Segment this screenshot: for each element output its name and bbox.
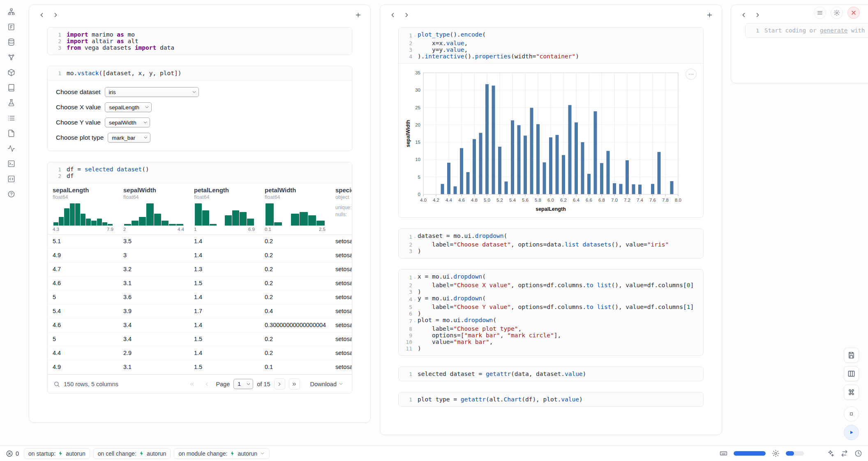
keyboard-icon[interactable] bbox=[720, 449, 727, 457]
column-prev-button[interactable] bbox=[739, 10, 748, 20]
runtime-config: on startup:autorunon cell change:autorun… bbox=[24, 448, 270, 459]
histogram-bar bbox=[124, 224, 131, 226]
chart-actions-button[interactable] bbox=[686, 69, 697, 80]
settings-button[interactable] bbox=[831, 7, 843, 19]
table-row[interactable]: 4.73.21.30.2setosa bbox=[48, 263, 352, 277]
table-row[interactable]: 53.41.50.2setosa bbox=[48, 332, 352, 346]
save-button[interactable] bbox=[844, 348, 859, 363]
close-panel-button[interactable] bbox=[847, 7, 860, 19]
layout-button[interactable] bbox=[844, 366, 859, 381]
swap-icon[interactable] bbox=[840, 449, 848, 457]
document-icon[interactable] bbox=[6, 128, 16, 138]
package-icon[interactable] bbox=[6, 67, 16, 77]
errors-indicator[interactable]: 0 bbox=[6, 450, 19, 457]
notebook-column-2: 1⌄plot_type().encode(2 x=x.value,3 y=y.v… bbox=[380, 5, 722, 435]
database-icon[interactable] bbox=[6, 37, 16, 47]
table-row[interactable]: 4.63.11.50.2setosa bbox=[48, 277, 352, 290]
code-editor[interactable]: 1⌄x = mo.ui.dropdown(2 label="Choose X v… bbox=[399, 270, 703, 355]
add-cell-button[interactable] bbox=[353, 10, 363, 20]
table-cell: 4.9 bbox=[48, 360, 118, 374]
generate-link[interactable]: generate bbox=[820, 27, 847, 34]
keyboard-shortcuts-button[interactable] bbox=[844, 385, 859, 400]
fold-chevron-icon[interactable]: ⌄ bbox=[412, 317, 418, 325]
histogram-bar bbox=[202, 210, 209, 226]
table-cell: 2.9 bbox=[118, 346, 189, 360]
page-select[interactable]: 1 bbox=[233, 379, 253, 389]
fold-chevron-icon[interactable]: ⌄ bbox=[412, 31, 418, 40]
bar-chart[interactable]: 4.04.24.44.64.85.05.25.45.65.86.06.26.46… bbox=[404, 69, 699, 214]
code-editor[interactable]: 1⌄dataset = mo.ui.dropdown(2 label="Choo… bbox=[399, 229, 703, 258]
code-editor[interactable]: 1mo.vstack([dataset, x, y, plot]) bbox=[48, 66, 352, 80]
dataframe-table: sepalLengthfloat644.37.9sepalWidthfloat6… bbox=[48, 183, 352, 374]
cell-selected-dataset: 1selected_dataset = getattr(data, datase… bbox=[398, 366, 704, 381]
table-cell: 0.4 bbox=[260, 304, 330, 318]
table-row[interactable]: 5.13.51.40.2setosa bbox=[48, 235, 352, 249]
code-editor[interactable]: 1selected_dataset = getattr(data, datase… bbox=[399, 367, 703, 381]
table-row[interactable]: 4.93.11.50.1setosa bbox=[48, 360, 352, 374]
code-snippet-icon[interactable] bbox=[6, 174, 16, 184]
terminal-icon[interactable] bbox=[6, 159, 16, 168]
svg-text:35: 35 bbox=[415, 70, 420, 75]
wand-icon[interactable] bbox=[826, 449, 834, 457]
activity-icon[interactable] bbox=[6, 143, 16, 153]
download-button[interactable]: Download bbox=[308, 380, 346, 388]
column-next-button[interactable] bbox=[753, 10, 762, 20]
code-editor[interactable]: 1df = selected_dataset()2df bbox=[48, 162, 352, 183]
column-range: 0.12.5 bbox=[265, 227, 326, 232]
code-editor[interactable]: 1import marimo as mo2import altair as al… bbox=[48, 28, 352, 55]
table-row[interactable]: 4.931.40.2setosa bbox=[48, 249, 352, 263]
svg-text:6.8: 6.8 bbox=[598, 198, 605, 203]
sitemap-icon[interactable] bbox=[6, 7, 16, 16]
table-row[interactable]: 5.43.91.70.4setosa bbox=[48, 304, 352, 318]
cpu-usage-meter[interactable] bbox=[786, 451, 804, 456]
table-row[interactable]: 4.63.41.40.30000000000000004setosa bbox=[48, 318, 352, 332]
search-icon[interactable] bbox=[53, 381, 60, 387]
code-text: df bbox=[67, 173, 74, 179]
table-row[interactable]: 4.42.91.40.2setosa bbox=[48, 346, 352, 360]
control-label: Choose X value bbox=[56, 104, 101, 111]
interrupt-button[interactable] bbox=[844, 406, 859, 422]
help-icon[interactable] bbox=[6, 189, 16, 199]
autorun-pill[interactable]: on startup:autorun bbox=[24, 448, 90, 459]
fold-chevron-icon[interactable]: ⌄ bbox=[412, 273, 418, 282]
list-icon[interactable] bbox=[6, 113, 16, 123]
memory-usage-meter[interactable] bbox=[734, 451, 766, 456]
column-next-button[interactable] bbox=[51, 10, 60, 20]
column-nav bbox=[37, 10, 60, 20]
dependency-graph-icon[interactable] bbox=[6, 52, 16, 62]
clock-icon[interactable] bbox=[854, 449, 862, 457]
next-page-button[interactable] bbox=[274, 378, 285, 390]
first-page-button[interactable] bbox=[186, 378, 197, 390]
table-cell: 1.5 bbox=[189, 332, 260, 346]
run-all-button[interactable] bbox=[844, 425, 859, 440]
fold-chevron-icon[interactable]: ⌄ bbox=[412, 295, 418, 304]
code-editor[interactable]: 1 Start coding or generate with AI. bbox=[746, 23, 868, 37]
table-row[interactable]: 53.61.40.2setosa bbox=[48, 290, 352, 304]
dropdown-select[interactable]: mark_bar bbox=[108, 133, 150, 143]
panel-menu-button[interactable] bbox=[814, 7, 826, 19]
line-number: 3 bbox=[409, 248, 412, 254]
autorun-pill[interactable]: on cell change:autorun bbox=[93, 448, 171, 459]
last-page-button[interactable] bbox=[289, 378, 300, 390]
table-cell: 0.2 bbox=[260, 263, 330, 276]
dropdown-select[interactable]: sepalLength bbox=[105, 102, 152, 112]
book-icon[interactable] bbox=[6, 83, 16, 92]
table-cell: 3.6 bbox=[118, 290, 189, 304]
fold-chevron-icon[interactable]: ⌄ bbox=[412, 233, 418, 241]
prev-page-button[interactable] bbox=[201, 378, 212, 390]
flask-icon[interactable] bbox=[6, 98, 16, 108]
code-editor[interactable]: 1⌄plot_type().encode(2 x=x.value,3 y=y.v… bbox=[399, 28, 703, 63]
gear-icon[interactable] bbox=[772, 449, 780, 457]
add-cell-button[interactable] bbox=[704, 10, 714, 20]
column-prev-button[interactable] bbox=[37, 10, 46, 20]
code-editor[interactable]: 1plot_type = getattr(alt.Chart(df), plot… bbox=[399, 392, 703, 406]
dropdown-select[interactable]: iris bbox=[105, 87, 199, 97]
column-name: sepalLength bbox=[53, 187, 113, 194]
dropdown-select[interactable]: sepalWidth bbox=[105, 118, 150, 127]
histogram-bar bbox=[240, 212, 247, 226]
code-editor-placeholder[interactable]: Start coding or generate with AI. bbox=[764, 27, 868, 34]
autorun-pill[interactable]: on module change:autorun bbox=[174, 448, 270, 459]
file-function-icon[interactable] bbox=[6, 22, 16, 32]
column-next-button[interactable] bbox=[402, 10, 411, 20]
column-prev-button[interactable] bbox=[388, 10, 397, 20]
